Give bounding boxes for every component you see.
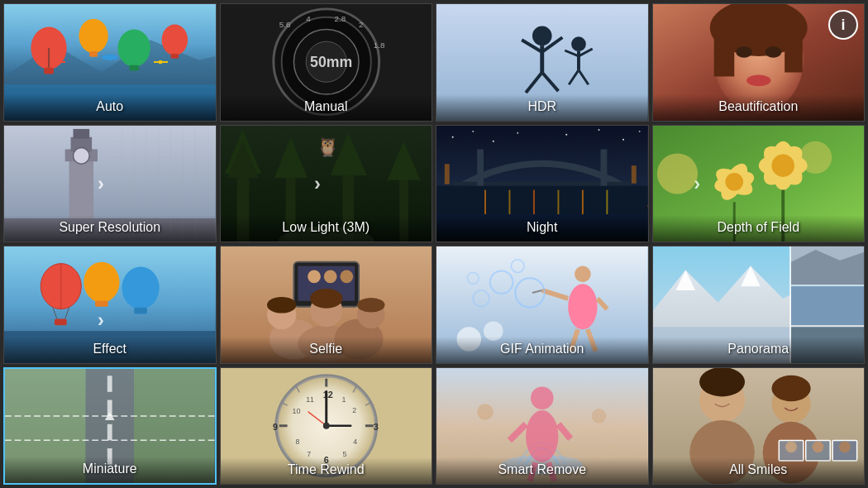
svg-text:›: ›	[314, 172, 321, 194]
mode-manual[interactable]: 5.6 4 2.8 2 1.8 50mm Manual	[220, 3, 433, 122]
svg-point-102	[656, 153, 697, 194]
svg-point-84	[565, 133, 567, 135]
svg-rect-99	[632, 165, 637, 184]
svg-point-6	[79, 19, 107, 53]
svg-rect-169	[791, 325, 864, 327]
svg-rect-7	[89, 51, 98, 57]
svg-point-83	[517, 132, 518, 133]
svg-rect-98	[445, 164, 450, 184]
mode-panorama-label: Panorama	[653, 337, 865, 363]
svg-text:10: 10	[292, 407, 300, 415]
svg-rect-175	[107, 423, 112, 440]
svg-text:5.6: 5.6	[279, 20, 290, 29]
svg-rect-11	[170, 54, 179, 59]
svg-text:11: 11	[306, 395, 314, 404]
svg-point-10	[162, 25, 188, 55]
svg-text:4: 4	[353, 438, 357, 446]
mode-gif-animation-label: GIF Animation	[436, 337, 648, 363]
svg-rect-173	[107, 376, 112, 392]
mode-gif-animation[interactable]: GIF Animation	[436, 246, 649, 364]
svg-point-134	[340, 270, 353, 283]
svg-point-112	[725, 172, 743, 190]
svg-rect-167	[791, 285, 864, 286]
svg-point-208	[322, 422, 329, 428]
svg-text:8: 8	[295, 438, 299, 446]
mode-panorama[interactable]: Panorama	[652, 246, 866, 364]
svg-text:🦉: 🦉	[316, 136, 338, 158]
info-icon: i	[841, 17, 845, 34]
svg-rect-127	[134, 308, 147, 314]
svg-point-24	[532, 26, 552, 46]
svg-point-225	[771, 375, 810, 400]
mode-night[interactable]: Night	[436, 125, 649, 243]
svg-point-145	[575, 266, 591, 283]
mode-night-label: Night	[436, 215, 648, 242]
svg-point-42	[765, 46, 781, 58]
svg-point-8	[118, 29, 150, 66]
svg-rect-91	[436, 185, 648, 213]
svg-text:1.8: 1.8	[373, 41, 384, 50]
svg-point-212	[526, 410, 558, 462]
svg-point-211	[531, 386, 554, 409]
mode-low-light[interactable]: 🦉 › Low Light (3M)	[220, 125, 433, 243]
mode-beautification-label: Beautification	[653, 94, 865, 121]
svg-text:2: 2	[352, 406, 356, 414]
mode-effect-label: Effect	[4, 337, 216, 363]
mode-miniature[interactable]: Miniature	[3, 367, 217, 486]
svg-point-218	[592, 409, 607, 423]
svg-point-108	[771, 154, 794, 177]
svg-rect-39	[713, 27, 734, 76]
svg-rect-0	[4, 4, 216, 84]
svg-point-81	[472, 130, 474, 132]
info-button[interactable]: i	[828, 10, 858, 40]
svg-point-132	[308, 270, 321, 283]
mode-auto-label: Auto	[4, 94, 216, 121]
svg-point-85	[599, 128, 600, 130]
svg-point-87	[639, 130, 641, 132]
svg-point-146	[568, 284, 597, 329]
mode-super-resolution-label: Super Resolution	[4, 215, 216, 242]
mode-super-resolution[interactable]: › Super Resolution	[3, 125, 217, 243]
svg-rect-4	[44, 68, 54, 74]
mode-smart-remove-label: Smart Remove	[436, 457, 648, 484]
svg-point-217	[477, 404, 494, 420]
svg-text:50mm: 50mm	[310, 54, 352, 70]
mode-hdr[interactable]: HDR	[436, 3, 649, 122]
svg-text:›: ›	[98, 172, 104, 194]
svg-point-86	[622, 138, 624, 140]
svg-point-142	[267, 297, 296, 313]
svg-point-229	[812, 441, 823, 452]
svg-point-49	[74, 147, 90, 164]
mode-selfie-label: Selfie	[221, 337, 432, 363]
svg-marker-2	[4, 40, 216, 84]
mode-manual-label: Manual	[221, 94, 432, 121]
svg-text:2: 2	[359, 20, 363, 29]
mode-all-smiles-label: All Smiles	[653, 457, 865, 484]
svg-rect-9	[129, 65, 139, 71]
mode-all-smiles[interactable]: All Smiles	[652, 367, 866, 486]
mode-selfie[interactable]: Selfie	[220, 246, 433, 364]
svg-text:›: ›	[694, 172, 700, 194]
svg-point-80	[452, 136, 454, 137]
svg-text:1: 1	[341, 395, 346, 404]
mode-smart-remove[interactable]: Smart Remove	[436, 367, 649, 486]
svg-text:2.8: 2.8	[334, 14, 346, 23]
svg-point-43	[746, 74, 770, 86]
svg-point-227	[785, 441, 797, 452]
svg-rect-125	[95, 301, 108, 307]
svg-point-30	[571, 36, 586, 51]
svg-text:›: ›	[98, 309, 104, 331]
svg-point-41	[736, 46, 752, 58]
svg-rect-89	[477, 149, 484, 186]
svg-rect-121	[55, 318, 67, 325]
mode-time-rewind-label: Time Rewind	[221, 457, 432, 484]
mode-auto[interactable]: Auto	[3, 3, 217, 122]
mode-depth-of-field[interactable]: › Depth of Field	[652, 125, 866, 243]
mode-low-light-label: Low Light (3M)	[221, 215, 432, 242]
svg-text:3: 3	[373, 421, 378, 431]
svg-point-133	[323, 270, 336, 283]
svg-point-231	[839, 441, 851, 452]
mode-time-rewind[interactable]: 12 3 6 9 1 2 4 5 7 8 10 11 Time Rewind	[220, 367, 433, 486]
svg-point-143	[357, 298, 384, 313]
mode-effect[interactable]: › Effect	[3, 246, 217, 364]
